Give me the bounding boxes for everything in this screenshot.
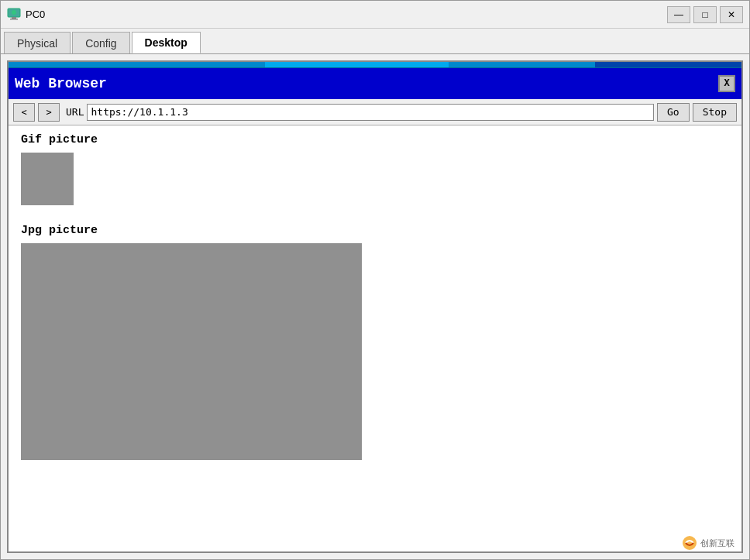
main-window: PC0 — □ ✕ Physical Config Desktop Web Br… (0, 0, 750, 560)
tab-physical[interactable]: Physical (4, 32, 71, 53)
title-bar-left: PC0 (7, 8, 45, 22)
tab-desktop[interactable]: Desktop (132, 32, 201, 53)
desktop-content: Web Browser X < > URL Go Stop Gif pictur… (1, 54, 749, 559)
window-title: PC0 (26, 9, 45, 20)
back-button[interactable]: < (13, 103, 35, 122)
watermark: 创新互联 (682, 535, 735, 551)
gif-image-placeholder (21, 153, 74, 205)
browser-nav-bar: < > URL Go Stop (9, 99, 741, 125)
url-input[interactable] (87, 104, 654, 121)
watermark-icon (682, 535, 697, 551)
forward-button[interactable]: > (38, 103, 60, 122)
stop-button[interactable]: Stop (693, 103, 737, 122)
close-button[interactable]: ✕ (720, 6, 743, 23)
tabs-bar: Physical Config Desktop (1, 29, 749, 54)
jpg-section-title: Jpg picture (21, 224, 729, 237)
svg-point-4 (683, 536, 697, 550)
browser-window: Web Browser X < > URL Go Stop Gif pictur… (7, 60, 743, 553)
svg-rect-1 (12, 17, 16, 19)
minimize-button[interactable]: — (667, 6, 690, 23)
browser-close-button[interactable]: X (718, 75, 735, 92)
title-bar-controls: — □ ✕ (667, 6, 743, 23)
browser-tab-strip (9, 62, 741, 68)
tab-config[interactable]: Config (72, 32, 129, 53)
computer-icon (7, 8, 21, 22)
jpg-image-placeholder (21, 243, 362, 460)
url-label: URL (66, 106, 84, 118)
browser-title-bar: Web Browser X (9, 68, 741, 99)
browser-content[interactable]: Gif picture Jpg picture (9, 125, 741, 551)
svg-rect-2 (10, 19, 18, 20)
title-bar: PC0 — □ ✕ (1, 1, 749, 29)
gif-section-title: Gif picture (21, 133, 729, 146)
watermark-text: 创新互联 (700, 538, 735, 549)
browser-title: Web Browser (15, 76, 107, 91)
go-button[interactable]: Go (657, 103, 690, 122)
svg-point-3 (12, 10, 16, 15)
maximize-button[interactable]: □ (693, 6, 717, 23)
